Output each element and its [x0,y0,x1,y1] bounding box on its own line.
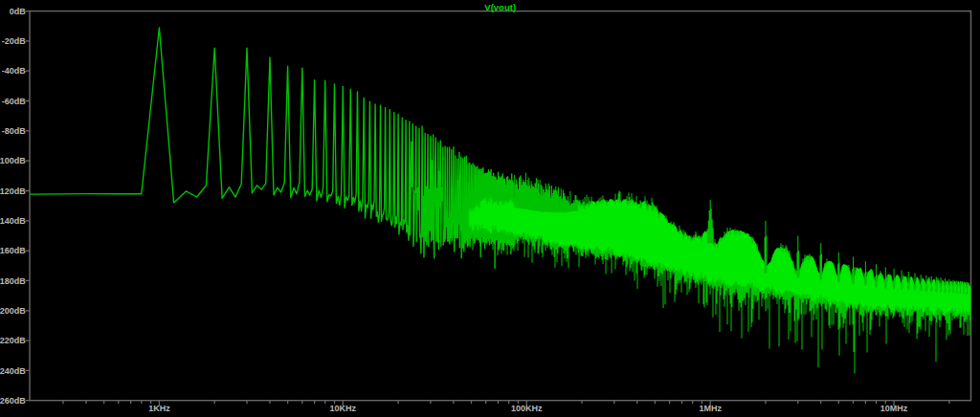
svg-text:10MHz: 10MHz [880,404,908,413]
svg-text:-240dB: -240dB [0,366,26,376]
svg-text:1MHz: 1MHz [699,404,722,413]
svg-text:-160dB: -160dB [0,246,26,255]
svg-text:-220dB: -220dB [0,336,26,345]
svg-text:-80dB: -80dB [2,126,27,136]
svg-text:V(vout): V(vout) [484,2,516,12]
svg-text:-40dB: -40dB [2,66,27,76]
svg-text:1KHz: 1KHz [148,404,170,413]
svg-text:-100dB: -100dB [0,156,26,165]
svg-text:-200dB: -200dB [0,306,26,316]
svg-text:-260dB: -260dB [0,396,26,406]
svg-text:10KHz: 10KHz [330,404,357,413]
svg-text:0dB: 0dB [10,7,27,16]
svg-text:-180dB: -180dB [0,276,26,286]
svg-text:100KHz: 100KHz [511,404,543,413]
svg-text:-120dB: -120dB [0,187,26,196]
svg-text:-60dB: -60dB [2,97,27,106]
svg-text:-20dB: -20dB [2,36,27,46]
svg-text:-140dB: -140dB [0,216,26,226]
